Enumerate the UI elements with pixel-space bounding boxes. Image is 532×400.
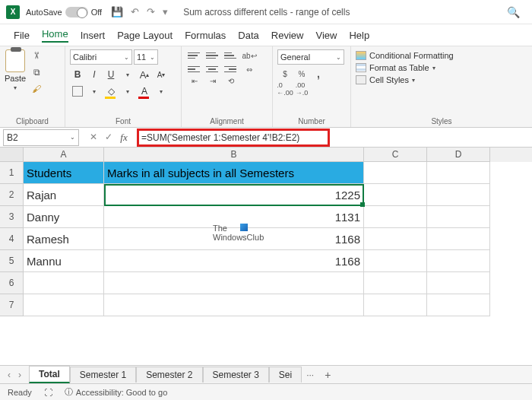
font-color-button[interactable]: A xyxy=(137,84,152,98)
sheet-tab-total[interactable]: Total xyxy=(29,366,70,383)
col-header-C[interactable]: C xyxy=(364,148,427,162)
percent-icon[interactable]: % xyxy=(294,68,309,80)
save-icon[interactable]: 💾 xyxy=(111,6,123,17)
cell-C6[interactable] xyxy=(364,272,427,294)
qat-dropdown-icon[interactable]: ▾ xyxy=(163,6,168,17)
cell-C3[interactable] xyxy=(364,206,427,228)
cell-C4[interactable] xyxy=(364,228,427,250)
wrap-text-icon[interactable]: ab↩ xyxy=(241,49,258,62)
autosave-toggle[interactable]: AutoSave Off xyxy=(26,7,102,17)
indent-inc-icon[interactable]: ⇥ xyxy=(204,77,221,85)
cell-A6[interactable] xyxy=(24,272,104,294)
undo-icon[interactable]: ↶ xyxy=(131,6,139,17)
merge-center-icon[interactable]: ⇔ xyxy=(241,63,258,75)
format-painter-icon[interactable]: 🖌 xyxy=(30,83,43,95)
italic-button[interactable]: I xyxy=(87,68,102,81)
indent-dec-icon[interactable]: ⇤ xyxy=(186,77,203,85)
number-format-combo[interactable]: General⌄ xyxy=(277,49,344,65)
accept-formula-icon[interactable]: ✓ xyxy=(102,132,116,144)
tab-review[interactable]: Review xyxy=(271,30,304,41)
cell-A5[interactable]: Mannu xyxy=(24,250,104,272)
row-header-1[interactable]: 1 xyxy=(0,162,24,184)
cell-A7[interactable] xyxy=(24,294,104,316)
cell-A1[interactable]: Students xyxy=(24,162,104,184)
sheet-next-icon[interactable]: › xyxy=(18,370,21,380)
cell-C7[interactable] xyxy=(364,294,427,316)
sheet-prev-icon[interactable]: ‹ xyxy=(8,370,11,380)
cell-A3[interactable]: Danny xyxy=(24,206,104,228)
cell-B2[interactable]: 1225 xyxy=(104,184,364,206)
border-button[interactable] xyxy=(70,84,85,98)
underline-button[interactable]: U xyxy=(103,68,119,81)
sheet-add-icon[interactable]: + xyxy=(318,369,337,381)
cell-styles-button[interactable]: Cell Styles ▾ xyxy=(356,75,527,84)
toggle-switch[interactable] xyxy=(65,7,88,17)
tab-view[interactable]: View xyxy=(315,30,337,41)
font-size-combo[interactable]: 11⌄ xyxy=(134,49,158,65)
tab-home[interactable]: Home xyxy=(42,28,68,43)
tab-formulas[interactable]: Formulas xyxy=(185,30,226,41)
paste-button[interactable]: Paste ▾ xyxy=(5,49,26,91)
format-as-table-button[interactable]: Format as Table ▾ xyxy=(356,63,527,72)
cell-B6[interactable] xyxy=(104,272,364,294)
decrease-font-icon[interactable]: A▾ xyxy=(154,68,169,81)
align-left-icon[interactable] xyxy=(186,63,201,75)
fill-color-button[interactable]: ◇ xyxy=(103,84,119,98)
comma-icon[interactable]: , xyxy=(311,68,326,80)
tab-file[interactable]: File xyxy=(14,30,30,41)
cell-B7[interactable] xyxy=(104,294,364,316)
cell-D5[interactable] xyxy=(427,250,490,272)
accessibility-status[interactable]: ⓘ Accessibility: Good to go xyxy=(65,386,167,398)
fill-dd-icon[interactable]: ▾ xyxy=(120,84,135,98)
cancel-formula-icon[interactable]: ✕ xyxy=(87,132,100,144)
copy-icon[interactable]: ⧉ xyxy=(30,66,43,78)
sheet-more-icon[interactable]: ··· xyxy=(302,370,318,380)
cell-D3[interactable] xyxy=(427,206,490,228)
cell-A2[interactable]: Rajan xyxy=(24,184,104,206)
cell-D7[interactable] xyxy=(427,294,490,316)
row-header-7[interactable]: 7 xyxy=(0,294,24,316)
align-right-icon[interactable] xyxy=(223,63,238,75)
conditional-formatting-button[interactable]: Conditional Formatting xyxy=(356,51,527,60)
cell-D4[interactable] xyxy=(427,228,490,250)
col-header-D[interactable]: D xyxy=(427,148,490,162)
fontcolor-dd-icon[interactable]: ▾ xyxy=(154,84,169,98)
row-header-2[interactable]: 2 xyxy=(0,184,24,206)
row-header-5[interactable]: 5 xyxy=(0,250,24,272)
cell-B1[interactable]: Marks in all subjects in all Semesters xyxy=(104,162,364,184)
fx-icon[interactable]: fx xyxy=(117,132,131,144)
increase-decimal-icon[interactable]: .00→.0 xyxy=(294,83,309,95)
cell-C1[interactable] xyxy=(364,162,427,184)
col-header-A[interactable]: A xyxy=(24,148,104,162)
align-middle-icon[interactable] xyxy=(204,49,220,62)
sheet-tab-semester3[interactable]: Semester 3 xyxy=(203,367,269,383)
decrease-decimal-icon[interactable]: .0←.00 xyxy=(277,83,293,95)
sheet-tab-semester1[interactable]: Semester 1 xyxy=(70,367,136,383)
sheet-tab-semester2[interactable]: Semester 2 xyxy=(136,367,202,383)
increase-font-icon[interactable]: A▴ xyxy=(137,68,152,81)
align-top-icon[interactable] xyxy=(186,49,201,62)
cell-B5[interactable]: 1168 xyxy=(104,250,364,272)
tab-data[interactable]: Data xyxy=(238,30,258,41)
col-header-B[interactable]: B xyxy=(104,148,364,162)
cell-B3[interactable]: 1131 xyxy=(104,206,364,228)
cell-D2[interactable] xyxy=(427,184,490,206)
sheet-tab-semester4[interactable]: Sei xyxy=(269,367,302,383)
tab-page-layout[interactable]: Page Layout xyxy=(117,30,173,41)
cut-icon[interactable]: ✂ xyxy=(30,49,43,62)
cell-C5[interactable] xyxy=(364,250,427,272)
redo-icon[interactable]: ↷ xyxy=(147,6,155,17)
cell-A4[interactable]: Ramesh xyxy=(24,228,104,250)
search-icon[interactable]: 🔍 xyxy=(507,6,520,18)
orientation-icon[interactable]: ⟲ xyxy=(223,77,239,85)
name-box[interactable]: B2⌄ xyxy=(3,129,79,146)
border-dd-icon[interactable]: ▾ xyxy=(87,84,102,98)
tab-help[interactable]: Help xyxy=(349,30,369,41)
select-all-corner[interactable] xyxy=(0,148,24,162)
cell-D6[interactable] xyxy=(427,272,490,294)
font-name-combo[interactable]: Calibri⌄ xyxy=(70,49,132,65)
cell-C2[interactable] xyxy=(364,184,427,206)
font-dd-icon[interactable]: ▾ xyxy=(120,68,135,81)
tab-insert[interactable]: Insert xyxy=(81,30,106,41)
currency-icon[interactable]: $ xyxy=(277,68,293,80)
